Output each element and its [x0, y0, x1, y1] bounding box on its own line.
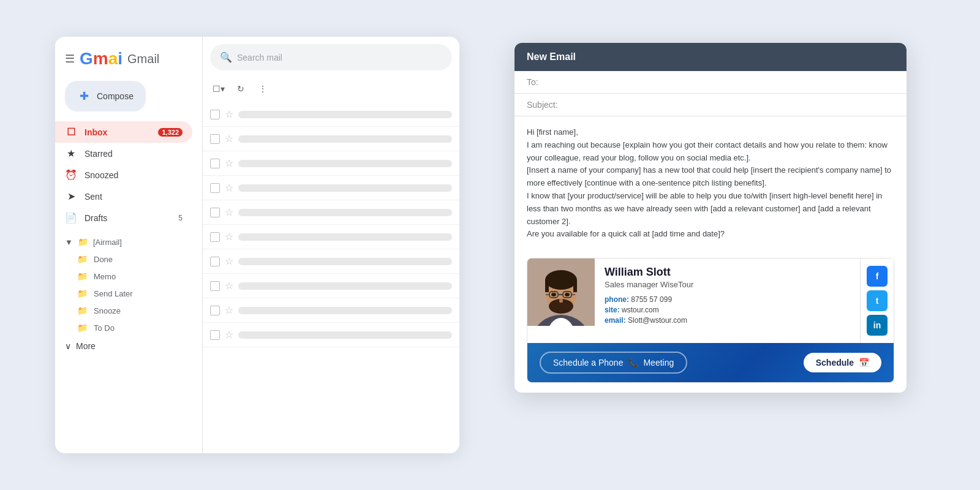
star-icon[interactable]: ☆	[225, 157, 233, 169]
subfolder-send-later[interactable]: 📁 Send Later	[55, 285, 202, 302]
sig-social: f t in	[860, 258, 894, 343]
star-icon[interactable]: ☆	[225, 182, 233, 194]
subfolder-memo[interactable]: 📁 Memo	[55, 268, 202, 285]
email-row[interactable]: ☆	[203, 298, 459, 323]
compose-button[interactable]: ✚ Compose	[65, 81, 146, 111]
star-icon[interactable]: ☆	[225, 304, 233, 316]
sidebar-item-inbox[interactable]: ☐ Inbox 1,322	[55, 121, 192, 143]
sig-site: site: wstour.com	[605, 306, 850, 314]
email-row[interactable]: ☆	[203, 200, 459, 225]
email-row[interactable]: ☆	[203, 151, 459, 176]
email-checkbox[interactable]	[210, 306, 220, 315]
email-list: ☆ ☆ ☆ ☆ ☆	[203, 102, 459, 453]
compose-header: New Email	[514, 43, 907, 71]
email-row[interactable]: ☆	[203, 127, 459, 151]
email-row[interactable]: ☆	[203, 225, 459, 249]
sidebar-item-starred[interactable]: ★ Starred	[55, 143, 192, 164]
drafts-label: Drafts	[85, 213, 107, 223]
linkedin-icon: in	[873, 320, 881, 330]
select-all-checkbox[interactable]: ☐▾	[210, 80, 227, 97]
email-sig-label: email:	[605, 316, 626, 325]
email-row[interactable]: ☆	[203, 274, 459, 298]
sidebar-item-sent[interactable]: ➤ Sent	[55, 186, 192, 207]
subfolder-done[interactable]: 📁 Done	[55, 251, 202, 268]
star-icon[interactable]: ☆	[225, 280, 233, 292]
facebook-button[interactable]: f	[867, 266, 888, 287]
sig-phone: phone: 8755 57 099	[605, 295, 850, 304]
email-content	[238, 233, 452, 241]
email-content	[238, 111, 452, 118]
gmail-logo-text: Gmail	[127, 52, 159, 66]
email-row[interactable]: ☆	[203, 249, 459, 274]
star-icon[interactable]: ☆	[225, 231, 233, 243]
phone-label: phone:	[605, 295, 629, 304]
subfolder-snooze[interactable]: 📁 Snooze	[55, 302, 202, 319]
star-icon[interactable]: ☆	[225, 133, 233, 145]
email-content	[238, 307, 452, 314]
email-row[interactable]: ☆	[203, 102, 459, 127]
gmail-sidebar: ☰ Gmai Gmail ✚ Compose ☐ Inbox 1,322 ★ S…	[55, 37, 202, 453]
sidebar-item-drafts[interactable]: 📄 Drafts 5	[55, 207, 192, 228]
facebook-icon: f	[876, 271, 879, 281]
sig-title: Sales manager WiseTour	[605, 280, 850, 289]
linkedin-button[interactable]: in	[867, 315, 888, 336]
star-icon[interactable]: ☆	[225, 255, 233, 267]
to-field[interactable]: To:	[514, 71, 907, 94]
email-row[interactable]: ☆	[203, 176, 459, 200]
refresh-icon[interactable]: ↻	[232, 80, 249, 97]
subject-label: Subject:	[527, 100, 558, 110]
svg-rect-6	[573, 280, 577, 292]
email-row[interactable]: ☆	[203, 323, 459, 347]
sig-email: email: Slott@wstour.com	[605, 316, 850, 325]
hamburger-icon[interactable]: ☰	[65, 52, 75, 66]
email-content	[238, 209, 452, 216]
email-checkbox[interactable]	[210, 183, 220, 193]
svg-point-4	[545, 270, 577, 290]
subject-field[interactable]: Subject:	[514, 94, 907, 116]
email-checkbox[interactable]	[210, 257, 220, 266]
to-label: To:	[527, 77, 538, 87]
folder-group-label: [Airmail]	[93, 238, 122, 247]
email-content	[238, 258, 452, 265]
gmail-logo-area: ☰ Gmai Gmail	[55, 49, 202, 81]
more-section[interactable]: ∨ More	[55, 336, 202, 356]
body-pitch: [Insert a name of your company] has a ne…	[527, 164, 894, 190]
compose-title: New Email	[527, 51, 576, 62]
email-checkbox[interactable]	[210, 330, 220, 340]
star-nav-icon: ★	[65, 148, 77, 159]
search-bar[interactable]: 🔍 Search mail	[210, 44, 452, 70]
email-checkbox[interactable]	[210, 232, 220, 242]
compose-panel: New Email To: Subject: Hi [first name], …	[514, 43, 907, 393]
email-checkbox[interactable]	[210, 159, 220, 168]
email-checkbox[interactable]	[210, 110, 220, 119]
more-label: More	[76, 341, 96, 351]
email-checkbox[interactable]	[210, 281, 220, 291]
more-toolbar-icon[interactable]: ⋮	[254, 80, 271, 97]
phone-icon: 📞	[628, 358, 638, 368]
email-content	[238, 331, 452, 339]
star-icon[interactable]: ☆	[225, 206, 233, 218]
email-checkbox[interactable]	[210, 208, 220, 217]
subfolder-send-later-icon: 📁	[77, 288, 88, 298]
schedule-phone-button[interactable]: Schedule a Phone 📞 Meeting	[540, 352, 687, 374]
snooze-icon: ⏰	[65, 169, 77, 181]
signature-content: William Slott Sales manager WiseTour pho…	[527, 258, 894, 343]
subfolder-send-later-label: Send Later	[94, 289, 133, 298]
search-input[interactable]: Search mail	[237, 53, 442, 62]
subfolder-snooze-icon: 📁	[77, 306, 88, 315]
svg-point-14	[565, 293, 570, 296]
twitter-button[interactable]: t	[867, 290, 888, 311]
sidebar-item-snoozed[interactable]: ⏰ Snoozed	[55, 164, 192, 186]
star-icon[interactable]: ☆	[225, 329, 233, 341]
body-greeting: Hi [first name],	[527, 126, 894, 139]
subfolder-todo[interactable]: 📁 To Do	[55, 319, 202, 336]
email-content	[238, 135, 452, 143]
folder-group-header[interactable]: ▼ 📁 [Airmail]	[55, 233, 202, 251]
schedule-calendar-button[interactable]: Schedule 📅	[804, 353, 881, 372]
star-icon[interactable]: ☆	[225, 108, 233, 120]
subfolder-memo-icon: 📁	[77, 271, 88, 281]
body-intro: I am reaching out because [explain how y…	[527, 139, 894, 165]
email-checkbox[interactable]	[210, 134, 220, 144]
email-content	[238, 184, 452, 192]
compose-body[interactable]: Hi [first name], I am reaching out becau…	[514, 116, 907, 251]
